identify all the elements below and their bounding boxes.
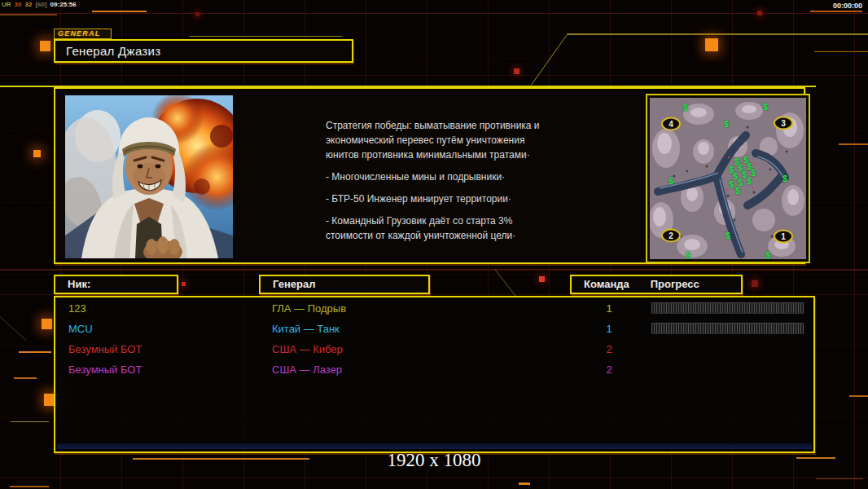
fps-stat: 30 (15, 1, 22, 8)
player-general: ГЛА — Подрыв (272, 302, 346, 315)
money-spot-icon: $ (783, 174, 787, 183)
money-spot-icon: $ (729, 180, 734, 189)
decor-red-square (514, 68, 519, 74)
decor-square (705, 38, 718, 51)
players-table: 123ГЛА — Подрыв1MCUКитай — Танк1Безумный… (54, 296, 815, 453)
player-team: 1 (591, 323, 627, 335)
decor-line (816, 478, 863, 479)
column-header-general: Генерал (259, 275, 430, 294)
fps-stat: [60] (35, 1, 46, 8)
decor-navy-band (57, 443, 812, 449)
player-row: 123ГЛА — Подрыв1 (55, 299, 813, 319)
decor-red-square (182, 282, 186, 286)
decor-line (814, 51, 868, 52)
decor-line (10, 486, 49, 487)
player-team: 2 (591, 343, 627, 355)
match-timer: 00:00:00 (833, 2, 862, 10)
decor-line (839, 143, 868, 145)
decor-line (849, 395, 868, 397)
briefing-paragraph: - БТР-50 Инженер минирует территории· (326, 192, 588, 206)
column-header-team-progress: КомандаПрогресс (570, 275, 743, 294)
player-nick: 123 (68, 302, 86, 315)
decor-line (190, 36, 342, 37)
briefing-paragraph: - Многочисленные мины и подрывники· (326, 170, 588, 184)
decor-red-square (195, 12, 199, 16)
fps-overlay: UR3032[60]09:25:56 (2, 1, 80, 8)
decor-line (14, 377, 37, 379)
money-spot-icon: $ (763, 103, 768, 112)
player-nick: MCU (68, 323, 93, 335)
player-rows: 123ГЛА — Подрыв1MCUКитай — Танк1Безумный… (55, 299, 813, 381)
player-row: Безумный БОТСША — Кибер2 (55, 340, 813, 360)
decor-red-square (752, 280, 758, 287)
start-position-1: 1 (774, 230, 793, 244)
decor-line (0, 294, 868, 295)
minimap-frame: $$$$$$$$$$$$$$$$$$$$4321 (646, 94, 810, 263)
player-team: 1 (591, 302, 627, 315)
player-general: США — Кибер (272, 343, 343, 355)
start-position-4: 4 (661, 117, 681, 131)
money-spot-icon: $ (686, 251, 690, 260)
money-spot-icon: $ (765, 251, 770, 260)
column-header-progress: Прогресс (651, 278, 699, 290)
decor-line (11, 421, 49, 422)
start-position-2: 2 (661, 229, 681, 243)
general-portrait (65, 95, 233, 258)
decor-square (40, 41, 50, 51)
player-team: 2 (591, 363, 627, 376)
column-header-nick: Ник: (54, 275, 178, 294)
decor-red-square (757, 11, 762, 15)
briefing-paragraph: Стратегия победы: выматывание противника… (326, 118, 588, 162)
player-row: MCUКитай — Танк1 (55, 319, 813, 340)
fps-stat: 09:25:56 (50, 1, 77, 8)
player-general: Китай — Танк (272, 323, 340, 335)
player-nick: Безумный БОТ (68, 343, 142, 355)
decor-line (19, 351, 51, 353)
decor-line (0, 14, 57, 15)
money-spot-icon: $ (747, 177, 752, 186)
money-spot-icon: $ (683, 104, 688, 112)
column-header-team: Команда (584, 278, 629, 290)
fps-stat: UR (2, 1, 11, 8)
decor-line (92, 11, 147, 12)
resolution-label: 1920 x 1080 (0, 450, 868, 471)
decor-line (519, 482, 530, 485)
minimap: $$$$$$$$$$$$$$$$$$$$4321 (650, 98, 806, 259)
player-row: Безумный БОТСША — Лазер2 (55, 360, 813, 381)
decor-line (568, 33, 868, 35)
progress-bar (651, 323, 804, 334)
decor-line (0, 269, 868, 271)
start-position-3: 3 (774, 117, 793, 130)
decor-square (33, 150, 41, 157)
briefing-paragraph: - Командный Грузовик даёт со старта 3%ст… (326, 214, 588, 243)
decor-line (0, 13, 868, 14)
progress-bar (651, 302, 804, 314)
decor-line (0, 478, 868, 478)
portrait-art (65, 95, 233, 258)
decor-red-square (539, 276, 545, 282)
decor-square (42, 319, 52, 329)
money-spot-icon: $ (726, 231, 730, 240)
page-title: Генерал Джазиз (54, 39, 353, 63)
player-general: США — Лазер (272, 363, 342, 376)
money-spot-icon: $ (669, 177, 673, 186)
briefing-text: Стратегия победы: выматывание противника… (326, 118, 588, 250)
decor-line (810, 11, 862, 12)
briefing-panel: Стратегия победы: выматывание противника… (54, 87, 805, 264)
player-nick: Безумный БОТ (68, 363, 142, 376)
general-tag: GENERAL (54, 29, 112, 39)
money-spot-icon: $ (724, 120, 729, 129)
fps-stat: 32 (24, 1, 32, 8)
money-spot-icon: $ (735, 187, 740, 196)
decor-line (0, 75, 868, 76)
loading-screen: { "overlay": { "stats": [ {"text": "UR",… (0, 0, 868, 489)
